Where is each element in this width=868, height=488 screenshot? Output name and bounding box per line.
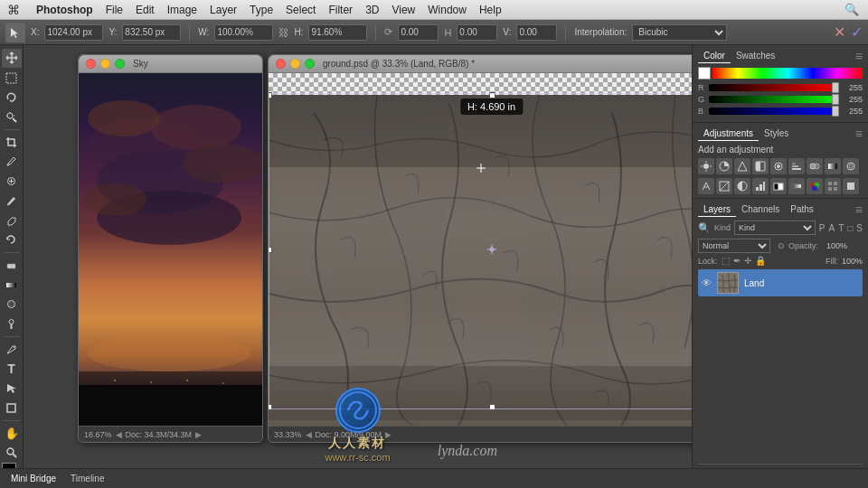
menu-layer[interactable]: Layer [210,4,237,16]
sky-status-arrow-right[interactable]: ▶ [195,430,202,439]
menu-filter[interactable]: Filter [328,4,353,16]
filter-type-icon[interactable]: T [838,223,844,233]
adj-levels[interactable] [716,158,732,174]
adj-hsl[interactable] [788,158,805,174]
g-slider[interactable] [709,96,839,103]
adj-vibrance[interactable] [770,158,787,174]
adj-colorbalance[interactable] [807,158,823,174]
sky-min-btn[interactable] [100,59,110,69]
menu-3d[interactable]: 3D [365,4,379,16]
angle-input[interactable] [398,24,439,41]
filter-smart-icon[interactable]: S [856,223,863,233]
h-input[interactable] [308,24,367,41]
tab-styles[interactable]: Styles [759,127,794,141]
adj-posterize[interactable] [752,178,769,194]
shape-tool[interactable] [2,399,22,418]
menu-view[interactable]: View [392,4,415,16]
adj-colorlookup[interactable] [716,178,732,194]
menu-type[interactable]: Type [250,4,273,16]
lock-position-icon[interactable]: ✛ [744,256,751,266]
gradient-tool[interactable] [2,276,22,295]
adj-curves[interactable] [734,158,750,174]
interpolation-select[interactable]: Bicubic Nearest Neighbor Bilinear Bicubi… [632,24,727,41]
ground-canvas[interactable]: H: 4.690 in [269,73,692,426]
apple-menu[interactable]: ⌘ [7,3,20,17]
tab-paths[interactable]: Paths [785,202,819,217]
layers-kind-select[interactable]: Kind [734,221,816,235]
filter-pixel-icon[interactable]: P [819,223,826,233]
adj-solid[interactable] [843,178,859,194]
eraser-tool[interactable] [2,256,22,275]
eyedropper-tool[interactable] [2,153,22,172]
v-input[interactable] [516,24,557,41]
r-slider[interactable] [709,84,839,91]
adj-brightness[interactable] [698,158,714,174]
adj-selectivecolor[interactable] [807,178,823,194]
filter-shape-icon[interactable]: □ [847,223,853,233]
adj-bw[interactable] [825,158,841,174]
b-slider[interactable] [709,108,839,115]
adj-pattern[interactable] [825,178,841,194]
ground-close-btn[interactable] [276,59,286,69]
pen-tool[interactable] [2,340,22,359]
adj-threshold[interactable] [770,178,787,194]
adj-exposure[interactable] [752,158,769,174]
link-icon[interactable]: ⛓ [278,27,288,38]
search-icon[interactable]: 🔍 [844,3,859,16]
menu-edit[interactable]: Edit [136,4,155,16]
tab-color[interactable]: Color [698,49,731,63]
layer-row[interactable]: 👁 Land [698,269,863,296]
x-input[interactable] [44,24,103,41]
spectrum-bar[interactable] [712,68,863,79]
adj-invert[interactable] [734,178,750,194]
white-swatch[interactable] [698,67,711,80]
tab-timeline[interactable]: Timeline [67,474,108,483]
hand-tool[interactable]: ✋ [2,424,22,443]
adj-gradientmap[interactable] [788,178,805,194]
lasso-tool[interactable] [2,88,22,107]
tab-swatches[interactable]: Swatches [731,49,780,63]
zoom-tool[interactable] [2,443,22,462]
history-tool[interactable] [2,230,22,249]
adj-panel-menu[interactable]: ≡ [855,127,863,141]
move-tool[interactable] [2,49,22,68]
clone-tool[interactable] [2,211,22,230]
crop-tool[interactable] [2,133,22,152]
h-skew-input[interactable] [457,24,497,41]
layer-visibility-eye[interactable]: 👁 [702,277,712,288]
tab-channels[interactable]: Channels [736,202,785,217]
filter-adjust-icon[interactable]: A [829,223,835,233]
ground-min-btn[interactable] [290,59,300,69]
menu-select[interactable]: Select [286,4,316,16]
transform-cancel-icon[interactable]: ✕ [834,23,845,41]
brush-tool[interactable] [2,192,22,211]
healing-tool[interactable] [2,172,22,191]
lock-all-icon[interactable]: 🔒 [755,256,766,266]
lock-paint-icon[interactable]: ✒ [733,256,741,266]
wand-tool[interactable] [2,108,22,127]
adj-photofilter[interactable] [843,158,859,174]
blend-mode-select[interactable]: Normal Multiply Screen Overlay [698,239,770,253]
layers-panel-menu[interactable]: ≡ [855,202,863,217]
menu-help[interactable]: Help [479,4,502,16]
tab-adjustments[interactable]: Adjustments [698,127,759,141]
sky-status-arrow-left[interactable]: ◀ [116,430,122,439]
tab-layers[interactable]: Layers [698,202,736,217]
transform-confirm-icon[interactable]: ✓ [851,23,863,41]
type-tool[interactable]: T [2,360,22,379]
y-input[interactable] [122,24,181,41]
panel-collapse-btn[interactable]: ◀ [692,50,693,86]
menu-window[interactable]: Window [428,4,467,16]
marquee-tool[interactable] [2,69,22,88]
blur-tool[interactable] [2,296,22,314]
ground-max-btn[interactable] [305,59,315,69]
path-select-tool[interactable] [2,379,22,398]
tab-minibridge[interactable]: Mini Bridge [7,474,60,483]
dodge-tool[interactable] [2,314,22,333]
ground-status-arrow-left[interactable]: ◀ [306,430,312,439]
adj-channelmixer[interactable] [698,178,714,194]
menu-file[interactable]: File [106,4,123,16]
sky-max-btn[interactable] [115,59,125,69]
menu-image[interactable]: Image [167,4,197,16]
color-panel-menu[interactable]: ≡ [855,49,863,63]
